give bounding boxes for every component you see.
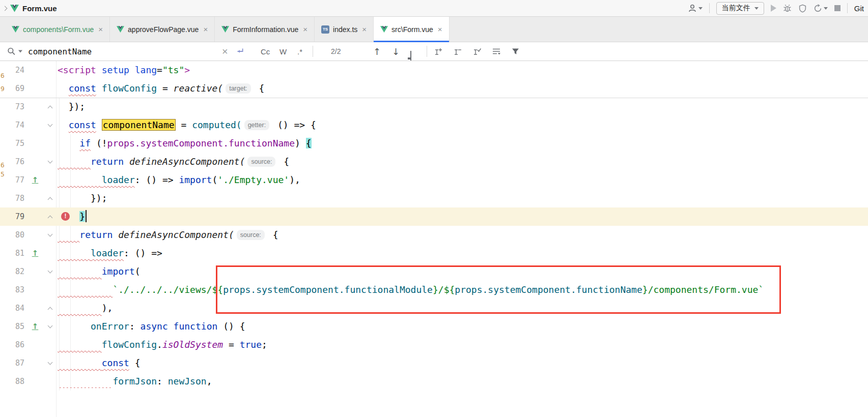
- code-line[interactable]: 74 const componentName = computed(getter…: [0, 116, 868, 134]
- code-text[interactable]: return defineAsyncComponent(source: {: [56, 153, 868, 171]
- editor[interactable]: 24<script setup lang="ts">69 const flowC…: [0, 61, 868, 417]
- stop-button[interactable]: [834, 5, 841, 11]
- code-text[interactable]: const {: [56, 354, 868, 372]
- code-line[interactable]: 76 return defineAsyncComponent(source: {: [0, 153, 868, 171]
- open-in-find-window-icon[interactable]: [410, 51, 411, 61]
- line-number[interactable]: 86: [0, 336, 24, 354]
- close-icon[interactable]: ×: [303, 25, 307, 34]
- rerun-button[interactable]: [814, 4, 828, 13]
- tab-index-ts[interactable]: TS index.ts ×: [315, 17, 374, 42]
- clear-search-icon[interactable]: ×: [222, 46, 228, 57]
- line-number[interactable]: 82: [0, 262, 24, 281]
- line-number[interactable]: 85: [0, 317, 24, 336]
- code-text[interactable]: formJson: newJson,: [56, 372, 868, 391]
- line-number[interactable]: 79: [0, 207, 24, 226]
- select-all-occurrences-icon[interactable]: [472, 47, 482, 55]
- code-text[interactable]: loader: () => import('./Empty.vue'),: [56, 171, 868, 189]
- remove-selection-occurrence-icon[interactable]: [453, 47, 462, 55]
- previous-match-icon[interactable]: ↑: [373, 46, 381, 57]
- match-case-toggle[interactable]: Cc: [261, 47, 270, 56]
- code-text[interactable]: const componentName = computed(getter: (…: [56, 116, 868, 134]
- run-button[interactable]: [771, 5, 776, 12]
- navigate-up-gutter-icon[interactable]: ↑: [31, 244, 40, 262]
- fold-up-icon[interactable]: [48, 216, 53, 221]
- regex-toggle[interactable]: .*: [297, 47, 302, 56]
- next-match-icon[interactable]: ↓: [392, 46, 400, 57]
- code-line[interactable]: 84 ),: [0, 299, 868, 317]
- navigate-up-gutter-icon[interactable]: ↑: [31, 171, 40, 189]
- whole-words-toggle[interactable]: W: [279, 47, 287, 56]
- code-line[interactable]: 83 `./../../../views/${props.systemCompo…: [0, 281, 868, 299]
- close-icon[interactable]: ×: [362, 25, 367, 34]
- code-line[interactable]: 86 flowConfig.isOldSystem = true;: [0, 336, 868, 354]
- code-text[interactable]: const flowConfig = reactive(target: {: [56, 79, 868, 98]
- fold-down-icon[interactable]: [48, 269, 53, 274]
- code-line[interactable]: 85↑ onError: async function () {: [0, 317, 868, 336]
- line-number[interactable]: 78: [0, 189, 24, 207]
- line-number[interactable]: 73: [0, 98, 24, 116]
- code-text[interactable]: return defineAsyncComponent(source: {: [56, 226, 868, 244]
- line-number[interactable]: 83: [0, 281, 24, 299]
- code-line[interactable]: 69 const flowConfig = reactive(target: {: [0, 79, 868, 98]
- git-menu-label[interactable]: Git: [854, 4, 864, 13]
- code-text[interactable]: import(: [56, 262, 868, 281]
- user-account-button[interactable]: [688, 4, 703, 13]
- fold-down-icon[interactable]: [48, 232, 53, 237]
- coverage-icon[interactable]: [798, 4, 807, 13]
- search-input[interactable]: [28, 47, 216, 56]
- code-line[interactable]: 75 if (!props.systemComponent.functionNa…: [0, 134, 868, 153]
- fold-up-icon[interactable]: [48, 106, 53, 111]
- code-text[interactable]: <script setup lang="ts">: [56, 61, 868, 79]
- code-line[interactable]: 82 import(: [0, 262, 868, 281]
- code-text[interactable]: });: [56, 189, 868, 207]
- debug-icon[interactable]: [783, 4, 792, 13]
- code-text[interactable]: });: [56, 98, 868, 116]
- line-number[interactable]: 81: [0, 244, 24, 262]
- code-text[interactable]: if (!props.systemComponent.functionName)…: [56, 134, 868, 153]
- navigate-up-gutter-icon[interactable]: ↑: [31, 317, 40, 336]
- fold-up-icon[interactable]: [48, 307, 53, 312]
- tab-forminformation-vue[interactable]: FormInformation.vue ×: [215, 17, 315, 42]
- code-text[interactable]: flowConfig.isOldSystem = true;: [56, 336, 868, 354]
- tab-src-form-vue[interactable]: src\Form.vue ×: [374, 17, 449, 42]
- line-number[interactable]: 75: [0, 134, 24, 153]
- code-text[interactable]: ),: [56, 299, 868, 317]
- code-text[interactable]: onError: async function () {: [56, 317, 868, 336]
- fold-down-icon[interactable]: [48, 360, 53, 365]
- code-text[interactable]: `./../../../views/${props.systemComponen…: [56, 281, 868, 299]
- tab-components-form-vue[interactable]: components\Form.vue ×: [5, 17, 110, 42]
- fold-down-icon[interactable]: [48, 323, 53, 329]
- line-number[interactable]: 80: [0, 226, 24, 244]
- newline-toggle-icon[interactable]: [235, 47, 244, 56]
- add-selection-occurrence-icon[interactable]: [434, 47, 443, 55]
- close-icon[interactable]: ×: [438, 25, 442, 34]
- code-line[interactable]: 87 const {: [0, 354, 868, 372]
- fold-up-icon[interactable]: [48, 197, 53, 202]
- code-text[interactable]: loader: () =>: [56, 244, 868, 262]
- line-number[interactable]: 87: [0, 354, 24, 372]
- code-line[interactable]: 24<script setup lang="ts">: [0, 61, 868, 79]
- run-configuration-selector[interactable]: 当前文件: [716, 2, 764, 15]
- close-icon[interactable]: ×: [203, 25, 208, 34]
- line-number[interactable]: 88: [0, 372, 24, 391]
- code-line[interactable]: 77↑ loader: () => import('./Empty.vue'),: [0, 171, 868, 189]
- line-number[interactable]: 74: [0, 116, 24, 134]
- line-number[interactable]: 84: [0, 299, 24, 317]
- code-line[interactable]: 79! }: [0, 207, 868, 226]
- fold-down-icon[interactable]: [48, 122, 53, 127]
- fold-down-icon[interactable]: [48, 159, 53, 164]
- search-options-icon[interactable]: [492, 47, 501, 55]
- tab-approveflowpage-vue[interactable]: approveFlowPage.vue ×: [110, 17, 215, 42]
- code-line[interactable]: 80 return defineAsyncComponent(source: {: [0, 226, 868, 244]
- chevron-right-icon[interactable]: [3, 6, 8, 11]
- code-line[interactable]: 88 formJson: newJson,: [0, 372, 868, 391]
- code-text[interactable]: }: [56, 207, 868, 226]
- search-history-chevron-icon[interactable]: [18, 50, 22, 53]
- code-line[interactable]: 78 });: [0, 189, 868, 207]
- code-line[interactable]: 81↑ loader: () =>: [0, 244, 868, 262]
- filter-icon[interactable]: [511, 47, 520, 55]
- close-icon[interactable]: ×: [98, 25, 103, 34]
- search-icon[interactable]: [7, 47, 16, 56]
- error-icon[interactable]: !: [61, 212, 70, 221]
- code-line[interactable]: 73 });: [0, 98, 868, 116]
